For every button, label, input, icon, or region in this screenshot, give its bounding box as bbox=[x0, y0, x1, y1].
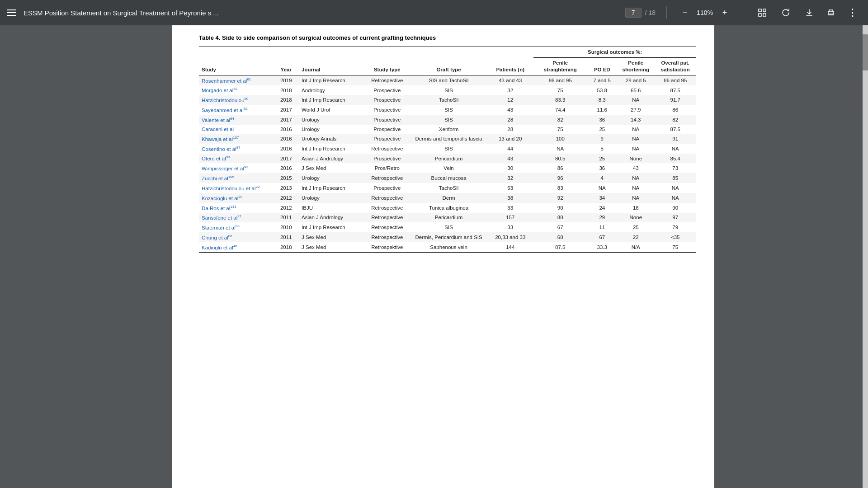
cell-study: Rosenhammer et al81 bbox=[199, 75, 273, 85]
cell-year: 2016 bbox=[273, 163, 299, 173]
cell-studytype: Retrospective bbox=[364, 193, 410, 203]
zoom-in-button[interactable]: + bbox=[717, 5, 732, 20]
cell-poed: 11 bbox=[587, 222, 617, 232]
table-row: Khawaja et al1372016Urology AnnalsProspe… bbox=[199, 134, 696, 144]
cell-penile-str: 86 bbox=[533, 163, 587, 173]
cell-poed: 9 bbox=[587, 134, 617, 144]
col-header-patients: Patients (n) bbox=[487, 47, 533, 75]
table-row: Caraceni et al2016UrologyProspectiveXenf… bbox=[199, 125, 696, 134]
col-header-grafttype: Graft type bbox=[410, 47, 487, 75]
cell-journal: Asian J Andrology bbox=[299, 154, 364, 164]
table-row: Sansalone et al212011Asian J AndrologyRe… bbox=[199, 213, 696, 223]
table-row: Kozacioglu et al202012UrologyRetrospecti… bbox=[199, 193, 696, 203]
cell-year: 2010 bbox=[273, 222, 299, 232]
cell-studytype: Retrospective bbox=[364, 173, 410, 183]
cell-patients: 32 bbox=[487, 173, 533, 183]
col-header-study: Study bbox=[199, 47, 273, 75]
cell-satisfaction: 90 bbox=[654, 203, 696, 213]
cell-poed: 7 and 5 bbox=[587, 75, 617, 85]
cell-grafttype: TachoSil bbox=[410, 183, 487, 193]
cell-journal: Int J Imp Research bbox=[299, 75, 364, 85]
col-header-journal: Journal bbox=[299, 47, 364, 75]
cell-satisfaction: 86 and 95 bbox=[654, 75, 696, 85]
svg-rect-0 bbox=[759, 9, 761, 12]
more-options-button[interactable]: ⋮ bbox=[844, 5, 861, 21]
cell-patients: 32 bbox=[487, 85, 533, 95]
cell-journal: Int J Imp Research bbox=[299, 144, 364, 154]
scrollbar-thumb[interactable] bbox=[863, 34, 868, 70]
cell-journal: Urology bbox=[299, 115, 364, 125]
cell-satisfaction: 86 bbox=[654, 105, 696, 115]
cell-satisfaction: 85.4 bbox=[654, 154, 696, 164]
cell-year: 2018 bbox=[273, 85, 299, 95]
zoom-out-button[interactable]: − bbox=[678, 5, 692, 20]
page-separator: / 18 bbox=[645, 9, 656, 16]
cell-study: Sansalone et al21 bbox=[199, 213, 273, 223]
cell-year: 2013 bbox=[273, 183, 299, 193]
cell-study: Staerman et al83 bbox=[199, 222, 273, 232]
cell-grafttype: SIS bbox=[410, 85, 487, 95]
cell-poed: 29 bbox=[587, 213, 617, 223]
side-label-right: ESSM Position Statement on Surgical Trea… bbox=[849, 25, 863, 488]
cell-penile-str: 86 and 95 bbox=[533, 75, 587, 85]
menu-icon[interactable] bbox=[7, 9, 16, 16]
print-button[interactable] bbox=[823, 5, 839, 21]
page-number-input[interactable] bbox=[625, 8, 642, 18]
cell-journal: Asian J Andrology bbox=[299, 213, 364, 223]
cell-studytype: Prospective bbox=[364, 115, 410, 125]
cell-penile-str: NA bbox=[533, 144, 587, 154]
table-row: Sayedahmed et al822017World J UrolProspe… bbox=[199, 105, 696, 115]
rotate-button[interactable] bbox=[778, 5, 794, 21]
cell-penile-short: None bbox=[617, 213, 654, 223]
table-row: Hatzichristodoulou et al222013Int J Imp … bbox=[199, 183, 696, 193]
cell-studytype: Prospective bbox=[364, 183, 410, 193]
cell-patients: 43 bbox=[487, 154, 533, 164]
cell-study: Valente et al84 bbox=[199, 115, 273, 125]
cell-patients: 144 bbox=[487, 242, 533, 252]
document-page: Table 4. Side to side comparison of surg… bbox=[172, 25, 714, 488]
cell-year: 2018 bbox=[273, 242, 299, 252]
cell-grafttype: Saphenous vein bbox=[410, 242, 487, 252]
cell-grafttype: Tunica albuginea bbox=[410, 203, 487, 213]
cell-penile-short: 22 bbox=[617, 232, 654, 242]
svg-rect-4 bbox=[828, 11, 834, 15]
cell-journal: Int J Imp Research bbox=[299, 183, 364, 193]
cell-study: Hatzichristodoulou et al22 bbox=[199, 183, 273, 193]
cell-satisfaction: 91.7 bbox=[654, 95, 696, 105]
cell-penile-str: 80.5 bbox=[533, 154, 587, 164]
cell-poed: NA bbox=[587, 183, 617, 193]
cell-satisfaction: 82 bbox=[654, 115, 696, 125]
cell-penile-str: 75 bbox=[533, 125, 587, 134]
cell-patients: 33 bbox=[487, 203, 533, 213]
side-label-left: Sex Med 2022;10:e00459 bbox=[31, 25, 44, 488]
cell-year: 2012 bbox=[273, 203, 299, 213]
cell-study: Khawaja et al137 bbox=[199, 134, 273, 144]
cell-study: Morgado et al92 bbox=[199, 85, 273, 95]
table-row: Da Ros et al1412012IBJURetrospectiveTuni… bbox=[199, 203, 696, 213]
cell-year: 2016 bbox=[273, 144, 299, 154]
cell-penile-short: NA bbox=[617, 193, 654, 203]
fit-page-button[interactable] bbox=[754, 5, 770, 21]
cell-poed: 24 bbox=[587, 203, 617, 213]
cell-poed: 4 bbox=[587, 173, 617, 183]
cell-poed: 53.8 bbox=[587, 85, 617, 95]
scrollbar[interactable] bbox=[863, 25, 868, 488]
cell-patients: 38 bbox=[487, 193, 533, 203]
cell-year: 2015 bbox=[273, 173, 299, 183]
cell-penile-short: 18 bbox=[617, 203, 654, 213]
cell-satisfaction: 97 bbox=[654, 213, 696, 223]
col-header-satisfaction: Overall pat. satisfaction bbox=[654, 57, 696, 75]
cell-studytype: Prospective bbox=[364, 134, 410, 144]
cell-journal: Urology Annals bbox=[299, 134, 364, 144]
cell-study: Zucchi et al105 bbox=[199, 173, 273, 183]
cell-grafttype: SIS bbox=[410, 144, 487, 154]
cell-poed: 5 bbox=[587, 144, 617, 154]
cell-study: Otero et al93 bbox=[199, 154, 273, 164]
cell-study: Caraceni et al bbox=[199, 125, 273, 134]
cell-patients: 33 bbox=[487, 222, 533, 232]
download-button[interactable] bbox=[801, 5, 817, 21]
header-row-1: Study Year Journal Study type Graft type… bbox=[199, 47, 696, 58]
cell-poed: 25 bbox=[587, 125, 617, 134]
cell-studytype: Retrospective bbox=[364, 213, 410, 223]
cell-year: 2017 bbox=[273, 105, 299, 115]
